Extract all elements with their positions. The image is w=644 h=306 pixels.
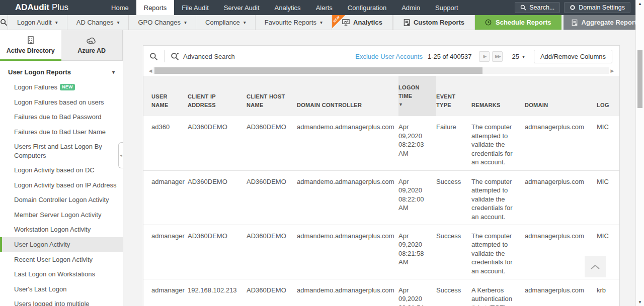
- sidebar-item-workstation-logon[interactable]: Workstation Logon Activity: [0, 222, 123, 237]
- nav-item-analytics[interactable]: Analytics: [267, 0, 308, 15]
- scroll-left-arrow[interactable]: ◀: [147, 68, 153, 73]
- menu-compliance[interactable]: Compliance ▾: [196, 15, 255, 30]
- tab-active-directory[interactable]: Active Directory: [0, 30, 61, 61]
- cell-logon-time: Apr 09,2020 08:21:58 AM: [398, 225, 436, 279]
- sidebar-item-users-last-logon[interactable]: User's Last Logon: [0, 282, 123, 297]
- sidebar-item-last-logon-workstations[interactable]: Last Logon on Workstations: [0, 267, 123, 282]
- nav-item-reports[interactable]: Reports: [136, 0, 175, 15]
- sidebar-item-member-server-logon[interactable]: Member Server Logon Activity: [0, 208, 123, 223]
- scroll-right-arrow[interactable]: ▶: [609, 68, 615, 73]
- nav-item-home[interactable]: Home: [104, 0, 136, 15]
- column-header-logon-type[interactable]: LOG: [597, 76, 619, 116]
- sidebar-item-failures-bad-password[interactable]: Failures due to Bad Password: [0, 110, 123, 125]
- add-remove-columns-button[interactable]: Add/Remove Columns: [534, 50, 612, 63]
- sidebar-item-recent-user-logon[interactable]: Recent User Logon Activity: [0, 252, 123, 267]
- cell-domain: admanagerplus.com: [525, 170, 597, 225]
- report-card: Advanced Search Exclude User Accounts 1-…: [143, 45, 620, 306]
- horizontal-scroll-thumb[interactable]: [154, 67, 482, 74]
- chevron-down-icon: ▾: [117, 20, 119, 25]
- nav-item-admin[interactable]: Admin: [394, 0, 428, 15]
- cell-logon-type: MIC: [597, 170, 619, 225]
- nav-item-configuration[interactable]: Configuration: [340, 0, 394, 15]
- main-nav: Home Reports File Audit Server Audit Ana…: [104, 0, 466, 15]
- table-row[interactable]: admanager AD360DEMO AD360DEMO admandemo.…: [143, 170, 619, 225]
- page-size-value: 25: [512, 53, 519, 60]
- custom-reports-button[interactable]: Custom Reports: [393, 15, 475, 30]
- sidebar-item-logon-failures[interactable]: Logon FailuresNEW: [0, 80, 123, 95]
- page-size-dropdown[interactable]: 25 ▾: [512, 53, 525, 60]
- sidebar-item-logon-activity-ip[interactable]: Logon Activity based on IP Address: [0, 178, 123, 193]
- nav-item-file-audit[interactable]: File Audit: [174, 0, 216, 15]
- column-header-client-host[interactable]: CLIENT HOST NAME: [247, 76, 297, 116]
- global-search-label: Search...: [529, 4, 554, 11]
- cell-event-type: Failure: [436, 116, 471, 170]
- reports-toolbar: Logon Audit ▾ AD Changes ▾ GPO Changes ▾…: [0, 15, 635, 30]
- sidebar-item-user-logon-activity[interactable]: User Logon Activity: [0, 237, 123, 252]
- cell-client-host: AD360DEMO: [247, 170, 297, 225]
- scroll-up-arrow[interactable]: ▲: [636, 2, 644, 6]
- global-search-button[interactable]: Search...: [515, 2, 560, 13]
- report-search-button[interactable]: [0, 15, 8, 30]
- nav-item-support[interactable]: Support: [428, 0, 466, 15]
- sidebar-item-domain-controller-logon[interactable]: Domain Controller Logon Activity: [0, 192, 123, 208]
- cell-client-ip: AD360DEMO: [188, 116, 247, 170]
- nav-item-server-audit[interactable]: Server Audit: [216, 0, 267, 15]
- cell-user-name: admanager: [143, 279, 188, 306]
- cell-user-name: admanager: [143, 170, 188, 225]
- last-page-button[interactable]: ▶▶: [492, 51, 503, 62]
- schedule-reports-button[interactable]: Schedule Reports: [475, 15, 561, 30]
- sidebar-item-users-logged-multiple[interactable]: Users logged into multiple: [0, 296, 123, 306]
- menu-gpo-changes[interactable]: GPO Changes ▾: [128, 15, 196, 30]
- cell-domain-controller: admandemo.admanagerplus.com: [297, 170, 398, 225]
- cell-logon-time: Apr 09,2020 08:22:00 AM: [398, 170, 436, 225]
- column-header-event-type[interactable]: EVENT TYPE: [436, 76, 471, 116]
- table-row[interactable]: admanager 192.168.102.213 AD360DEMO adma…: [143, 279, 619, 306]
- advanced-search-icon[interactable]: [171, 52, 179, 61]
- next-page-button[interactable]: ▶: [479, 51, 490, 62]
- reports-sidebar: Active Directory Azure AD User Logon Rep…: [0, 30, 123, 306]
- sidebar-section-user-logon-reports[interactable]: User Logon Reports ▾: [0, 61, 123, 80]
- tab-active-directory-label: Active Directory: [7, 47, 55, 54]
- column-header-client-ip[interactable]: CLIENT IP ADDRESS: [188, 76, 247, 116]
- vertical-scroll-thumb[interactable]: [637, 50, 642, 108]
- column-header-domain-controller[interactable]: DOMAIN CONTROLLER: [297, 76, 398, 116]
- search-icon[interactable]: [149, 52, 158, 61]
- app-logo[interactable]: ADAudit Plus: [0, 0, 84, 15]
- content-area: Active Directory Azure AD User Logon Rep…: [0, 30, 635, 306]
- cell-remarks: The computer attempted to validate the c…: [471, 225, 525, 279]
- domain-settings-button[interactable]: Domain Settings: [564, 2, 630, 13]
- scroll-down-arrow[interactable]: ▼: [636, 300, 644, 304]
- cell-remarks: The computer attempted to validate the c…: [471, 170, 525, 225]
- tab-azure-ad[interactable]: Azure AD: [61, 30, 123, 61]
- aggregate-reports-button[interactable]: Aggregate Reports: [564, 15, 644, 30]
- horizontal-scroll-track[interactable]: [153, 67, 609, 74]
- nav-item-alerts[interactable]: Alerts: [308, 0, 340, 15]
- chevron-down-icon: ▾: [184, 20, 187, 25]
- cell-event-type: Success: [436, 279, 471, 306]
- sidebar-item-logon-activity-dc[interactable]: Logon Activity based on DC: [0, 163, 123, 178]
- column-header-user-name[interactable]: USER NAME: [143, 76, 188, 116]
- sidebar-item-failures-bad-user-name[interactable]: Failures due to Bad User Name: [0, 125, 123, 140]
- table-header-row: USER NAME CLIENT IP ADDRESS CLIENT HOST …: [143, 76, 619, 116]
- sidebar-item-logon-failures-based-on-users[interactable]: Logon Failures based on users: [0, 95, 123, 110]
- sidebar-item-users-first-last-logon[interactable]: Users First and Last Logon By Computers: [0, 139, 123, 163]
- sidebar-section-title: User Logon Reports: [8, 68, 71, 76]
- advanced-search-label[interactable]: Advanced Search: [183, 53, 235, 60]
- column-header-remarks[interactable]: REMARKS: [471, 76, 525, 116]
- menu-logon-audit[interactable]: Logon Audit ▾: [8, 15, 67, 30]
- analytics-button[interactable]: NEW Analytics: [332, 15, 393, 30]
- column-header-logon-time[interactable]: LOGON TIME ▼: [398, 76, 436, 116]
- sidebar-collapse-handle[interactable]: ◂: [118, 142, 123, 168]
- scroll-to-top-button[interactable]: [585, 256, 606, 277]
- column-header-domain[interactable]: DOMAIN: [525, 76, 597, 116]
- cell-domain-controller: admandemo.admanagerplus.com: [297, 116, 398, 170]
- table-row[interactable]: admanager AD360DEMO AD360DEMO admandemo.…: [143, 225, 619, 279]
- new-badge: NEW: [60, 84, 75, 90]
- menu-ad-changes[interactable]: AD Changes ▾: [67, 15, 129, 30]
- cell-client-ip: AD360DEMO: [188, 170, 247, 225]
- exclude-user-accounts-link[interactable]: Exclude User Accounts: [355, 53, 423, 60]
- menu-favourite-reports[interactable]: Favourite Reports ▾: [255, 15, 332, 30]
- sidebar-report-list: Logon FailuresNEW Logon Failures based o…: [0, 80, 123, 306]
- table-row[interactable]: ad360 AD360DEMO AD360DEMO admandemo.adma…: [143, 116, 619, 170]
- custom-reports-label: Custom Reports: [414, 19, 464, 26]
